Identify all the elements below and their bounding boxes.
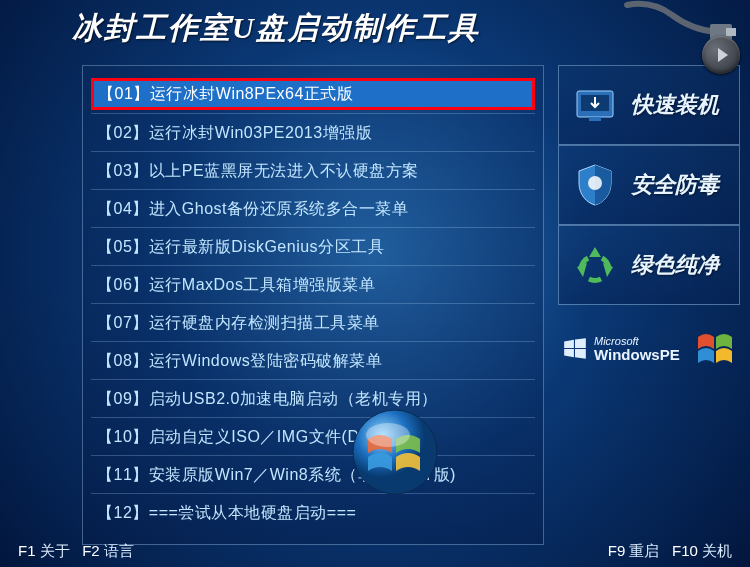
menu-separator (91, 227, 535, 228)
svg-rect-4 (589, 117, 601, 121)
f9-label: 重启 (629, 542, 659, 559)
menu-item-10[interactable]: 【10】启动自定义ISO／IMG文件(DND目录） (91, 422, 535, 452)
shield-icon (567, 157, 623, 213)
f9-key[interactable]: F9 (608, 542, 626, 559)
menu-item-4[interactable]: 【04】进入Ghost备份还原系统多合一菜单 (91, 194, 535, 224)
play-button[interactable] (702, 36, 740, 74)
header: 冰封工作室U盘启动制作工具 (0, 0, 750, 65)
install-icon (567, 77, 623, 133)
menu-item-2[interactable]: 【02】运行冰封Win03PE2013增强版 (91, 118, 535, 148)
menu-item-11[interactable]: 【11】安装原版Win7／Win8系统（非GHOST版) (91, 460, 535, 490)
menu-separator (91, 417, 535, 418)
logo-row: Microsoft WindowsPE (558, 313, 740, 367)
badge-label: 快速装机 (631, 90, 719, 120)
menu-item-6[interactable]: 【06】运行MaxDos工具箱增强版菜单 (91, 270, 535, 300)
menu-item-12[interactable]: 【12】===尝试从本地硬盘启动=== (91, 498, 535, 528)
footer-left: F1 关于 F2 语言 (18, 542, 134, 561)
svg-rect-1 (726, 28, 736, 36)
badge-install[interactable]: 快速装机 (558, 65, 740, 145)
f1-key[interactable]: F1 (18, 542, 36, 559)
footer-right: F9 重启 F10 关机 (608, 542, 732, 561)
menu-item-5[interactable]: 【05】运行最新版DiskGenius分区工具 (91, 232, 535, 262)
badge-recycle[interactable]: 绿色纯净 (558, 225, 740, 305)
svg-point-6 (353, 410, 437, 494)
f1-label: 关于 (40, 542, 70, 559)
menu-item-8[interactable]: 【08】运行Windows登陆密码破解菜单 (91, 346, 535, 376)
menu-separator (91, 455, 535, 456)
menu-separator (91, 303, 535, 304)
boot-menu: 【01】运行冰封Win8PEx64正式版【02】运行冰封Win03PE2013增… (82, 65, 544, 545)
f10-label: 关机 (702, 542, 732, 559)
menu-separator (91, 341, 535, 342)
windows-flag-icon (696, 331, 736, 367)
app-title: 冰封工作室U盘启动制作工具 (72, 8, 480, 49)
badge-label: 绿色纯净 (631, 250, 719, 280)
svg-point-7 (366, 423, 410, 447)
footer: F1 关于 F2 语言 F9 重启 F10 关机 (0, 542, 750, 561)
menu-item-9[interactable]: 【09】启动USB2.0加速电脑启动（老机专用） (91, 384, 535, 414)
f2-key[interactable]: F2 (82, 542, 100, 559)
recycle-icon (567, 237, 623, 293)
menu-separator (91, 189, 535, 190)
badge-label: 安全防毒 (631, 170, 719, 200)
menu-separator (91, 151, 535, 152)
f10-key[interactable]: F10 (672, 542, 698, 559)
badge-shield[interactable]: 安全防毒 (558, 145, 740, 225)
menu-item-7[interactable]: 【07】运行硬盘内存检测扫描工具菜单 (91, 308, 535, 338)
svg-point-5 (588, 176, 602, 190)
f2-label: 语言 (104, 542, 134, 559)
menu-separator (91, 113, 535, 114)
windows-pe-logo: Microsoft WindowsPE (562, 335, 680, 364)
menu-separator (91, 379, 535, 380)
menu-separator (91, 493, 535, 494)
windows-orb-icon (350, 407, 440, 497)
menu-item-3[interactable]: 【03】以上PE蓝黑屏无法进入不认硬盘方案 (91, 156, 535, 186)
menu-separator (91, 265, 535, 266)
microsoft-label: Microsoft (594, 335, 680, 347)
side-panel: 快速装机安全防毒绿色纯净 Microsoft WindowsPE (558, 65, 740, 545)
windowspe-label: WindowsPE (594, 347, 680, 364)
menu-item-1[interactable]: 【01】运行冰封Win8PEx64正式版 (91, 78, 535, 110)
